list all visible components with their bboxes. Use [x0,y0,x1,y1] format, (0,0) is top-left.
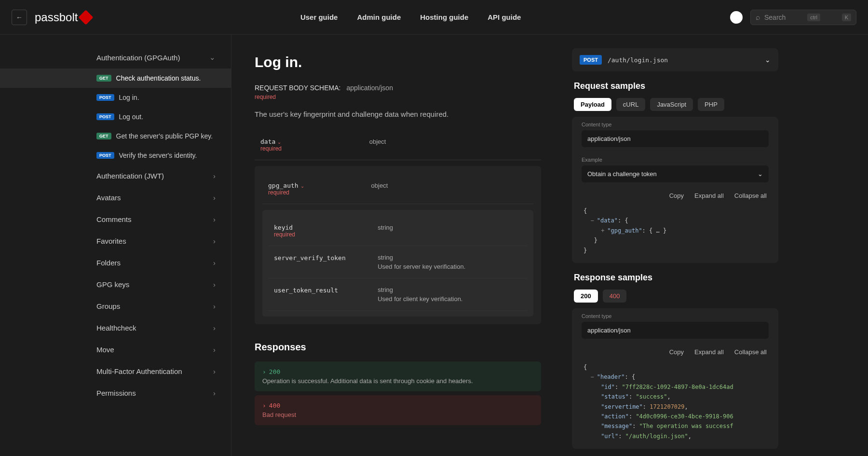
chevron-right-icon [213,389,216,397]
logo[interactable]: passbolt [35,11,91,24]
collapse-all-button-2[interactable]: Collapse all [734,348,767,356]
chevron-down-icon [209,53,216,62]
sidebar-group-gpgauth[interactable]: Authentication (GPGAuth) [0,46,231,69]
nav-hosting-guide[interactable]: Hosting guide [420,13,468,21]
chevron-right-icon [213,367,216,375]
response-samples-heading: Response samples [564,273,786,290]
chevron-right-icon [262,368,266,375]
sidebar-item-verify[interactable]: POST Verify the server's identity. [0,146,231,165]
tab-resp-400[interactable]: 400 [603,290,627,303]
response-json: { −"header": { "id": "7ff2828c-1092-4897… [572,360,778,449]
tab-resp-200[interactable]: 200 [574,290,598,303]
sidebar-group-avatars[interactable]: Avatars [0,187,231,208]
chevron-right-icon [213,302,216,310]
content-type-value: application/json [582,130,769,147]
chevron-right-icon [213,280,216,289]
tab-payload[interactable]: Payload [574,98,611,111]
sidebar-group-groups[interactable]: Groups [0,295,231,317]
chevron-right-icon [262,402,266,409]
chevron-right-icon [213,324,216,332]
sidebar-group-mfa[interactable]: Multi-Factor Authentication [0,360,231,382]
chevron-right-icon [213,172,216,180]
nav-admin-guide[interactable]: Admin guide [357,13,401,21]
nav-user-guide[interactable]: User guide [300,13,338,21]
required-label: required [255,94,541,100]
brand-text: passbolt [35,11,78,24]
chevron-down-icon [765,56,771,64]
sidebar-group-folders[interactable]: Folders [0,252,231,274]
sidebar-group-jwt[interactable]: Authentication (JWT) [0,165,231,187]
expand-all-button[interactable]: Expand all [694,192,724,199]
sidebar-group-gpg-keys[interactable]: GPG keys [0,274,231,295]
arrow-left-icon [16,14,23,21]
sidebar-group-comments[interactable]: Comments [0,208,231,230]
caret-icon: ⌄ [277,139,281,145]
content-type-label: Content type [582,122,769,127]
response-400[interactable]: 400 Bad request [255,395,541,425]
chevron-right-icon [213,259,216,267]
sidebar-group-permissions[interactable]: Permissions [0,382,231,404]
sidebar-item-check-auth[interactable]: GET Check authentication status. [0,69,231,88]
chevron-right-icon [213,215,216,223]
right-panel: POST /auth/login.json Request samples Pa… [564,35,786,456]
search-icon [756,13,760,22]
copy-button-2[interactable]: Copy [669,348,684,356]
body-description: The user's key fingerprint and challenge… [255,110,541,118]
tab-javascript[interactable]: JavaScript [650,98,693,111]
sidebar-group-move[interactable]: Move [0,339,231,360]
sidebar-item-pgp-key[interactable]: GET Get the server's public PGP key. [0,126,231,146]
param-data[interactable]: data⌄ required object [255,130,541,160]
search-placeholder: Search [764,14,786,21]
copy-button[interactable]: Copy [669,192,684,199]
sidebar-item-logout[interactable]: POST Log out. [0,107,231,126]
kbd-ctrl: ctrl [807,14,820,21]
responses-heading: Responses [255,342,541,353]
expand-all-button-2[interactable]: Expand all [694,348,724,356]
github-icon[interactable] [730,11,743,24]
chevron-right-icon [213,237,216,245]
content-type-value-2: application/json [582,322,769,339]
main-content: Log in. REQUEST BODY SCHEMA: application… [231,35,564,456]
response-200[interactable]: 200 Operation is successful. Additional … [255,361,541,391]
schema-type: application/json [346,84,393,92]
param-gpg-auth[interactable]: gpg_auth⌄ required object [262,174,533,204]
sidebar-group-favorites[interactable]: Favorites [0,230,231,252]
param-server-verify-token: server_verify_token string Used for serv… [268,246,528,278]
sidebar: Authentication (GPGAuth) GET Check authe… [0,35,231,456]
collapse-all-button[interactable]: Collapse all [734,192,767,199]
nav-api-guide[interactable]: API guide [488,13,521,21]
back-button[interactable] [12,10,27,25]
param-keyid: keyid required string [268,216,528,246]
request-samples-heading: Request samples [564,81,786,98]
request-json: { −"data": { +"gpg_auth": { … } } } [572,204,778,263]
chevron-down-icon [758,170,763,178]
page-title: Log in. [255,54,541,70]
tab-curl[interactable]: cURL [616,98,646,111]
schema-label: REQUEST BODY SCHEMA: [255,84,340,92]
chevron-right-icon [213,193,216,202]
tab-php[interactable]: PHP [698,98,724,111]
method-badge: POST [580,55,602,65]
example-select[interactable]: Obtain a challenge token [582,166,769,182]
endpoint-path: /auth/login.json [608,56,759,64]
caret-icon: ⌄ [300,183,304,189]
endpoint-selector[interactable]: POST /auth/login.json [572,48,778,71]
content-type-label-2: Content type [582,313,769,319]
example-label: Example [582,157,769,163]
logo-icon [79,10,94,25]
sidebar-item-login[interactable]: POST Log in. [0,88,231,107]
chevron-right-icon [213,345,216,354]
param-user-token-result: user_token_result string Used for client… [268,278,528,311]
search-input[interactable]: Search ctrl K [750,10,856,25]
kbd-k: K [842,14,851,21]
sidebar-group-healthcheck[interactable]: Healthcheck [0,317,231,339]
